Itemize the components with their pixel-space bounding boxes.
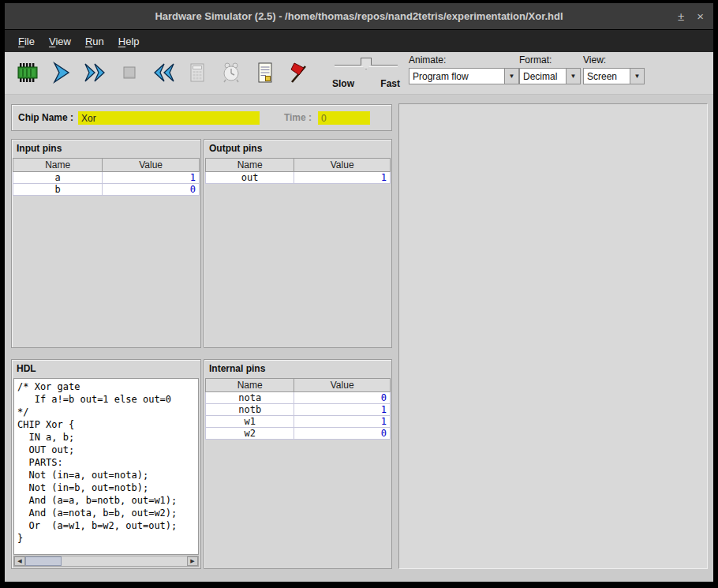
pin-name: out	[206, 172, 294, 184]
run-button[interactable]	[80, 56, 110, 89]
hardware-simulator-window: Hardware Simulator (2.5) - /home/thomas/…	[5, 3, 713, 582]
titlebar: Hardware Simulator (2.5) - /home/thomas/…	[5, 3, 713, 30]
view-label: View:	[583, 54, 645, 66]
format-combo-block: Format: Decimal ▼	[519, 54, 581, 84]
chip-name-label: Chip Name :	[18, 112, 73, 123]
output-pins-title: Output pins	[204, 140, 391, 155]
speed-slider-thumb[interactable]	[361, 58, 372, 69]
animate-value: Program flow	[409, 69, 504, 84]
internal-pins-title: Internal pins	[204, 360, 391, 376]
menubar: File View Run Help	[5, 30, 713, 52]
output-pins-table: Name Value out 1	[205, 158, 391, 184]
screen-view-panel	[398, 103, 708, 569]
pin-name: nota	[206, 392, 294, 404]
pin-name: a	[13, 172, 103, 184]
pin-value: 1	[294, 404, 391, 416]
column-header-name: Name	[206, 159, 294, 172]
animate-label: Animate:	[409, 54, 519, 66]
menu-file[interactable]: File	[11, 32, 42, 51]
single-step-icon	[50, 61, 73, 84]
table-row: nota 0	[206, 392, 391, 404]
hdl-code: /* Xor gate If a!=b out=1 else out=0 */ …	[13, 378, 199, 555]
format-label: Format:	[519, 54, 581, 66]
reset-button[interactable]	[148, 56, 178, 89]
slider-slow-label: Slow	[332, 78, 354, 89]
view-value: Screen	[584, 69, 630, 84]
view-hdl-icon	[253, 61, 277, 84]
menu-help[interactable]: Help	[111, 32, 147, 51]
column-header-value: Value	[294, 159, 391, 172]
scroll-left-icon[interactable]: ◀	[14, 556, 25, 566]
chip-name-bar: Chip Name : Xor Time : 0	[11, 104, 392, 131]
calculator-button[interactable]	[182, 56, 212, 89]
animate-combobox[interactable]: Program flow ▼	[409, 68, 519, 84]
table-row: a 1	[13, 172, 200, 184]
minimize-button[interactable]: ±	[678, 10, 684, 22]
pin-value: 1	[294, 416, 391, 428]
input-pins-panel: Input pins Name Value a 1 b 0	[11, 139, 201, 348]
menu-view[interactable]: View	[42, 32, 78, 51]
chevron-down-icon[interactable]: ▼	[630, 69, 644, 84]
pin-name: w1	[206, 416, 294, 428]
speed-slider: Slow Fast	[331, 57, 401, 92]
pin-value: 0	[294, 392, 391, 404]
input-pins-title: Input pins	[12, 140, 200, 155]
table-row: notb 1	[206, 404, 391, 416]
column-header-name: Name	[13, 159, 103, 172]
table-row: w2 0	[206, 428, 391, 440]
column-header-name: Name	[206, 379, 294, 392]
input-pins-table: Name Value a 1 b 0	[13, 158, 200, 196]
pin-value[interactable]: 0	[103, 184, 200, 196]
hdl-panel: HDL /* Xor gate If a!=b out=1 else out=0…	[11, 359, 201, 569]
window-controls: ± ×	[678, 3, 704, 29]
output-pins-panel: Output pins Name Value out 1	[204, 139, 392, 348]
view-hdl-button[interactable]	[250, 56, 280, 89]
table-row: out 1	[206, 172, 391, 184]
run-icon	[84, 61, 107, 84]
load-chip-button[interactable]	[13, 56, 43, 89]
breakpoints-icon	[287, 61, 311, 84]
table-row: w1 1	[206, 416, 391, 428]
calculator-icon	[185, 61, 209, 84]
pin-value: 1	[294, 172, 391, 184]
column-header-value: Value	[294, 379, 391, 392]
slider-fast-label: Fast	[380, 78, 400, 89]
chevron-down-icon[interactable]: ▼	[566, 69, 580, 84]
scrollbar-thumb[interactable]	[25, 556, 62, 566]
pin-value: 0	[294, 428, 391, 440]
reset-icon	[151, 61, 175, 84]
stop-icon	[118, 61, 141, 84]
scroll-right-icon[interactable]: ▶	[187, 556, 198, 566]
menu-run[interactable]: Run	[78, 32, 111, 51]
content-area: Chip Name : Xor Time : 0 Input pins Name…	[5, 95, 713, 582]
stop-button[interactable]	[114, 56, 144, 89]
animate-combo-block: Animate: Program flow ▼	[409, 54, 519, 84]
internal-pins-table: Name Value nota 0 notb 1 w1 1	[205, 378, 391, 440]
time-field: 0	[318, 111, 370, 125]
chevron-down-icon[interactable]: ▼	[504, 69, 518, 84]
table-row: b 0	[13, 184, 200, 196]
toolbar: Slow Fast Animate: Program flow ▼ Format…	[5, 52, 713, 95]
time-label: Time :	[284, 112, 312, 123]
view-combobox[interactable]: Screen ▼	[583, 68, 645, 84]
single-step-button[interactable]	[47, 56, 77, 89]
hdl-horizontal-scrollbar: ◀ ▶	[13, 556, 199, 567]
load-chip-icon	[16, 61, 39, 84]
clock-button[interactable]	[216, 56, 246, 89]
chip-name-field[interactable]: Xor	[78, 111, 260, 125]
format-value: Decimal	[520, 69, 566, 84]
internal-pins-panel: Internal pins Name Value nota 0 notb 1	[204, 359, 392, 569]
pin-name: w2	[206, 428, 294, 440]
view-combo-block: View: Screen ▼	[583, 54, 645, 84]
format-combobox[interactable]: Decimal ▼	[519, 68, 581, 84]
hdl-title: HDL	[12, 360, 200, 376]
pin-name: b	[13, 184, 103, 196]
breakpoints-button[interactable]	[284, 56, 314, 89]
pin-value[interactable]: 1	[103, 172, 200, 184]
column-header-value: Value	[103, 159, 200, 172]
pin-name: notb	[206, 404, 294, 416]
close-button[interactable]: ×	[697, 10, 704, 22]
window-title: Hardware Simulator (2.5) - /home/thomas/…	[5, 10, 713, 22]
clock-icon	[219, 61, 243, 84]
scrollbar-track[interactable]	[62, 556, 187, 566]
